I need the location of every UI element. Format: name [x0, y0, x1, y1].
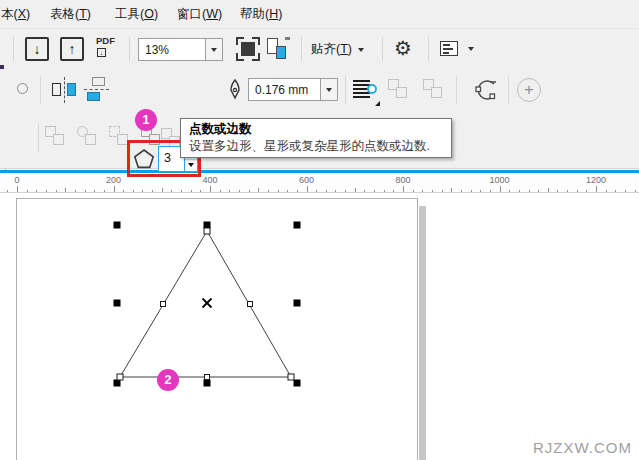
mirror-horizontal-button[interactable]: [52, 77, 77, 103]
property-bar: 3 0.176 mm: [0, 69, 639, 111]
ruler[interactable]: 020040060080010001200: [0, 173, 639, 193]
import-icon: ↓: [25, 37, 49, 61]
mirror-vertical-icon: [92, 77, 105, 86]
zoom-level-combobox[interactable]: 13%: [138, 38, 223, 61]
export-button[interactable]: ↑: [60, 37, 84, 61]
spin-down-button[interactable]: [185, 160, 197, 172]
chevron-down-icon: [211, 48, 217, 52]
drawing-canvas[interactable]: RJZXW.COM: [0, 193, 639, 460]
separator: [129, 37, 130, 61]
callout-1: 1: [135, 109, 157, 131]
standard-toolbar: ↓ ↑ PDF ↓ 13% 贴齐(T) ⚙: [0, 29, 639, 69]
front-object-button[interactable]: [422, 78, 446, 102]
outline-width-dropdown[interactable]: [320, 79, 337, 100]
separator: [345, 76, 346, 104]
full-screen-preview-button[interactable]: [236, 37, 260, 61]
separator: [40, 76, 41, 104]
plus-icon: +: [524, 80, 534, 100]
import-button[interactable]: ↓: [25, 37, 49, 61]
watermark: RJZXW.COM: [533, 439, 632, 456]
spin-down-icon: [188, 163, 194, 167]
weld-button[interactable]: [44, 125, 68, 149]
separator: [382, 37, 383, 61]
publish-to-pdf-button[interactable]: PDF ↓: [93, 35, 121, 63]
show-page-border-button[interactable]: [266, 37, 290, 61]
zoom-level-value: 13%: [139, 43, 205, 57]
mirror-vertical-button[interactable]: [84, 77, 109, 103]
app-window: 本(X) 表格(T) 工具(O) 窗口(W) 帮助(H) ↓ ↑ PDF ↓ 1…: [0, 0, 639, 460]
tooltip-title: 点数或边数: [189, 121, 443, 138]
menu-item-window[interactable]: 窗口(W): [177, 6, 222, 23]
polygon-icon: [133, 148, 155, 170]
separator: [38, 124, 39, 152]
wrap-text-button[interactable]: [352, 78, 376, 102]
options-button[interactable]: ⚙: [394, 38, 412, 58]
menu-item-table[interactable]: 表格(T): [50, 6, 91, 23]
menu-item-help[interactable]: 帮助(H): [240, 6, 282, 23]
outline-width-combobox[interactable]: 0.176 mm: [248, 78, 338, 101]
separator: [456, 76, 457, 104]
mirror-horizontal-icon: [52, 83, 61, 96]
ellipse-icon[interactable]: [17, 83, 28, 94]
separator: [508, 76, 509, 104]
gear-icon: ⚙: [394, 38, 412, 58]
snap-to-dropdown[interactable]: 贴齐(T): [311, 41, 364, 58]
callout-2: 2: [157, 369, 179, 391]
menu-item-tools[interactable]: 工具(O): [115, 6, 158, 23]
tooltip-description: 设置多边形、星形或复杂星形的点数或边数.: [189, 138, 443, 155]
outline-pen-icon: [228, 79, 242, 101]
add-preset-button[interactable]: +: [517, 78, 541, 102]
menu-bar: 本(X) 表格(T) 工具(O) 窗口(W) 帮助(H): [0, 0, 639, 29]
pdf-box-icon: ↓: [97, 48, 106, 57]
drawing-layer[interactable]: [0, 193, 639, 460]
separator: [428, 37, 429, 61]
window-list-icon: [440, 41, 458, 56]
pdf-icon: PDF: [96, 35, 115, 46]
behind-object-button[interactable]: [387, 78, 411, 102]
zoom-dropdown-button[interactable]: [205, 39, 222, 60]
export-icon: ↑: [60, 37, 84, 61]
outline-width-value: 0.176 mm: [249, 83, 320, 97]
menu-item-text[interactable]: 本(X): [1, 6, 30, 23]
wrap-text-icon: [353, 80, 370, 82]
trim-button[interactable]: [76, 125, 100, 149]
chevron-down-icon: [326, 88, 332, 92]
tooltip: 点数或边数 设置多边形、星形或复杂星形的点数或边数.: [180, 118, 452, 158]
separator: [301, 37, 302, 61]
separator: [13, 37, 14, 61]
chevron-down-icon: [358, 48, 364, 52]
chevron-down-icon[interactable]: [468, 47, 474, 51]
convert-to-curves-icon[interactable]: [475, 78, 499, 102]
